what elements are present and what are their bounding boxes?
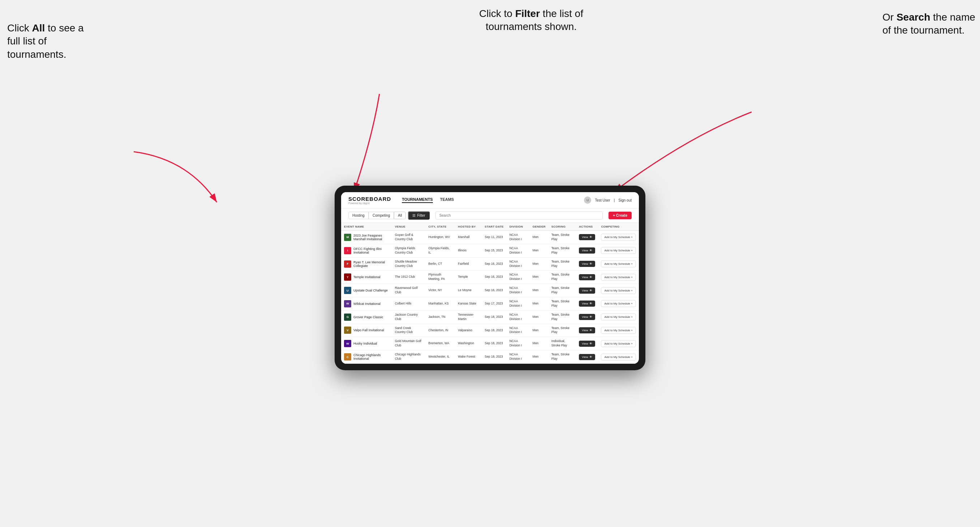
cell-venue-0: Guyan Golf & Country Club (392, 231, 426, 244)
filter-icon: ☰ (412, 213, 415, 217)
view-button-6[interactable]: View 👁 (579, 314, 595, 320)
cell-scoring-0: Team, Stroke Play (549, 231, 576, 244)
eye-icon-2: 👁 (589, 262, 592, 265)
cell-venue-7: Sand Creek Country Club (392, 324, 426, 337)
view-button-9[interactable]: View 👁 (579, 354, 595, 360)
view-label-9: View (582, 356, 588, 359)
cell-city-state-6: Jackson, TN (426, 310, 455, 324)
cell-division-0: NCAA Division I (507, 231, 530, 244)
view-label-8: View (582, 342, 588, 345)
add-schedule-label-5: Add to My Schedule + (604, 302, 633, 305)
add-schedule-button-6[interactable]: Add to My Schedule + (601, 314, 636, 321)
cell-competing-7: Add to My Schedule + (598, 324, 639, 337)
add-schedule-label-4: Add to My Schedule + (604, 289, 633, 292)
cell-gender-0: Men (530, 231, 549, 244)
col-competing: COMPETING (598, 223, 639, 231)
table-row: C Chicago Highlands Invitational Chicago… (341, 350, 639, 364)
add-schedule-button-7[interactable]: Add to My Schedule + (601, 327, 636, 334)
cell-hosted-by-8: Washington (455, 337, 482, 350)
col-gender: GENDER (530, 223, 549, 231)
view-button-8[interactable]: View 👁 (579, 341, 595, 347)
add-schedule-button-5[interactable]: Add to My Schedule + (601, 300, 636, 307)
cell-start-date-1: Sep 15, 2023 (482, 244, 506, 257)
cell-event-name-6: G Grover Page Classic (341, 310, 392, 324)
filter-button[interactable]: ☰ Filter (408, 211, 429, 220)
cell-city-state-9: Westchester, IL (426, 350, 455, 364)
view-button-2[interactable]: View 👁 (579, 261, 595, 267)
table-body: M 2023 Joe Feaganes Marshall Invitationa… (341, 231, 639, 364)
cell-division-8: NCAA Division I (507, 337, 530, 350)
cell-event-name-0: M 2023 Joe Feaganes Marshall Invitationa… (341, 231, 392, 244)
view-label-6: View (582, 315, 588, 319)
cell-venue-4: Ravenwood Golf Club (392, 284, 426, 297)
cell-start-date-5: Sep 17, 2023 (482, 297, 506, 311)
tablet-frame: SCOREBOARD Powered by clipp'd TOURNAMENT… (335, 186, 645, 370)
all-tab[interactable]: All (394, 212, 406, 219)
cell-scoring-1: Team, Stroke Play (549, 244, 576, 257)
table-row: M 2023 Joe Feaganes Marshall Invitationa… (341, 231, 639, 244)
sign-out-link[interactable]: Sign out (618, 198, 632, 202)
view-label-2: View (582, 262, 588, 265)
add-schedule-button-1[interactable]: Add to My Schedule + (601, 247, 636, 254)
view-button-3[interactable]: View 👁 (579, 274, 595, 280)
cell-venue-2: Shuttle Meadow Country Club (392, 257, 426, 271)
create-button[interactable]: + Create (609, 212, 632, 219)
view-label-4: View (582, 289, 588, 292)
tablet-screen: SCOREBOARD Powered by clipp'd TOURNAMENT… (341, 192, 639, 364)
add-schedule-button-8[interactable]: Add to My Schedule + (601, 340, 636, 347)
event-name-text-9: Chicago Highlands Invitational (353, 353, 389, 360)
cell-gender-5: Men (530, 297, 549, 311)
cell-gender-4: Men (530, 284, 549, 297)
event-name-text-5: Wildcat Invitational (353, 302, 380, 306)
cell-venue-9: Chicago Highlands Club (392, 350, 426, 364)
view-button-4[interactable]: View 👁 (579, 287, 595, 294)
event-name-text-6: Grover Page Classic (353, 315, 383, 319)
cell-event-name-1: I OFCC Fighting Illini Invitational (341, 244, 392, 257)
col-venue: VENUE (392, 223, 426, 231)
cell-venue-8: Gold Mountain Golf Club (392, 337, 426, 350)
nav-tab-teams[interactable]: TEAMS (440, 197, 454, 203)
eye-icon-9: 👁 (589, 356, 592, 359)
add-schedule-button-0[interactable]: Add to My Schedule + (601, 234, 636, 241)
cell-venue-5: Colbert Hills (392, 297, 426, 311)
cell-gender-6: Men (530, 310, 549, 324)
cell-start-date-3: Sep 16, 2023 (482, 271, 506, 284)
add-schedule-label-6: Add to My Schedule + (604, 315, 633, 319)
nav-tab-tournaments[interactable]: TOURNAMENTS (402, 197, 433, 203)
cell-scoring-7: Team, Stroke Play (549, 324, 576, 337)
cell-event-name-9: C Chicago Highlands Invitational (341, 350, 392, 364)
cell-division-2: NCAA Division I (507, 257, 530, 271)
cell-gender-9: Men (530, 350, 549, 364)
add-schedule-button-3[interactable]: Add to My Schedule + (601, 274, 636, 281)
team-logo-0: M (344, 234, 351, 241)
cell-event-name-5: W Wildcat Invitational (341, 297, 392, 311)
view-button-7[interactable]: View 👁 (579, 327, 595, 333)
eye-icon-5: 👁 (589, 302, 592, 305)
add-schedule-button-2[interactable]: Add to My Schedule + (601, 260, 636, 267)
cell-gender-7: Men (530, 324, 549, 337)
hosting-tab[interactable]: Hosting (348, 212, 369, 219)
event-name-text-7: Valpo Fall Invitational (353, 329, 384, 332)
cell-city-state-5: Manhattan, KS (426, 297, 455, 311)
search-input[interactable] (436, 211, 603, 220)
app-logo: SCOREBOARD (348, 196, 391, 202)
filter-tab-group: Hosting Competing All (348, 212, 406, 219)
event-name-text-1: OFCC Fighting Illini Invitational (353, 247, 389, 254)
cell-actions-4: View 👁 (576, 284, 598, 297)
add-schedule-button-4[interactable]: Add to My Schedule + (601, 287, 636, 294)
cell-start-date-8: Sep 18, 2023 (482, 337, 506, 350)
cell-scoring-8: Individual, Stroke Play (549, 337, 576, 350)
eye-icon-0: 👁 (589, 235, 592, 239)
view-button-0[interactable]: View 👁 (579, 234, 595, 240)
cell-actions-5: View 👁 (576, 297, 598, 311)
cell-division-6: NCAA Division I (507, 310, 530, 324)
view-button-1[interactable]: View 👁 (579, 248, 595, 254)
cell-actions-8: View 👁 (576, 337, 598, 350)
view-button-5[interactable]: View 👁 (579, 300, 595, 307)
competing-tab[interactable]: Competing (369, 212, 394, 219)
add-schedule-button-9[interactable]: Add to My Schedule + (601, 354, 636, 360)
add-schedule-label-7: Add to My Schedule + (604, 329, 633, 332)
cell-division-3: NCAA Division I (507, 271, 530, 284)
cell-scoring-3: Team, Stroke Play (549, 271, 576, 284)
cell-city-state-1: Olympia Fields, IL (426, 244, 455, 257)
